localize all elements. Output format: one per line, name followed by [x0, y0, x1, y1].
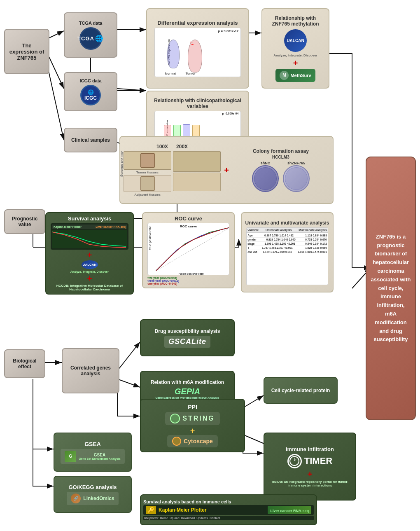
tcga-label: TCGA data — [79, 21, 102, 26]
ihc-100x: 100X — [156, 144, 168, 150]
znf-expression-box: The expression of ZNF765 — [4, 29, 49, 74]
auc2: three year (AUC=0.611) — [147, 279, 229, 282]
znf-expression-label: The expression of ZNF765 — [8, 42, 45, 61]
svg-text:True positive rate: True positive rate — [149, 226, 152, 250]
survival-analysis-box: Survival analysis Kaplan-Meier Plotter L… — [45, 212, 134, 295]
znf-result-text: ZNF765 is a prognostic biomarker of hepa… — [371, 233, 411, 344]
ualcan-logo: UALCAN — [287, 38, 304, 43]
clinical-label: Clinical samples — [71, 137, 110, 143]
linkedomics-label: LinkedOmics — [83, 496, 114, 501]
p-value-clinic: p=0.659e-04 — [222, 112, 238, 115]
plus-sign-ihc: + — [224, 166, 229, 174]
correlated-genes-box: Correlated genes analysis — [62, 348, 119, 393]
svg-line-9 — [117, 342, 140, 371]
ihc-title: 100X 200X — [156, 144, 188, 150]
liver-cancer-rna2: Liver cancer RNA-seq — [270, 509, 309, 513]
biological-effect-label: Biological effect — [7, 358, 42, 370]
immune-infiltration-box: Immune infiltration TIMER + TISIDB: an i… — [264, 433, 356, 501]
svg-line-10 — [117, 379, 140, 387]
go-kegg-box: GO/KEGG analysis 🔗 LinkedOmics — [54, 476, 132, 513]
relationship-methyl-box: Relationship with ZNF765 methylation UAL… — [261, 8, 329, 89]
correlated-genes-label: Correlated genes analysis — [66, 365, 115, 377]
plus-sign-survival2: + — [87, 274, 92, 283]
relationship-methyl-title: Relationship with ZNF765 methylation — [266, 15, 325, 27]
tumor-label: Tumor — [186, 72, 196, 75]
znf-result-box: ZNF765 is a prognostic biomarker of hepa… — [366, 157, 416, 420]
tcga-box: TCGA data TCGA 🌐 — [64, 12, 117, 58]
ihc-200x: 200X — [176, 144, 188, 150]
svg-line-11 — [243, 395, 264, 408]
hccdb-label: HCCDB: Integrative Molecular Database of… — [49, 284, 131, 291]
relationship-clinic-title: Relationship with clinicopathological va… — [149, 98, 246, 109]
cell-cycle-label: Cell cycle-related protein — [271, 388, 330, 393]
ppi-box: PPI STRING + Cytoscape — [140, 399, 245, 452]
gepia-label: GEPIA — [175, 387, 200, 396]
drug-susceptibility-title: Drug susceptibility analysis — [155, 328, 220, 334]
diff-expr-box: Differential expression analysis p = 9.0… — [146, 8, 249, 89]
prognostic-value-label: Prognostic value — [7, 216, 42, 227]
shnc-label: shNC — [261, 161, 271, 165]
plus-sign-timer: + — [308, 470, 313, 478]
gsca-lite-label: GSCALite — [164, 336, 210, 348]
immune-infiltration-title: Immune infiltration — [286, 446, 334, 452]
univariate-title: Univariate and multivariate analysis — [245, 220, 329, 226]
auc1: five year (AUC=0.545) — [147, 276, 229, 279]
diff-expr-title: Differential expression analysis — [157, 20, 238, 26]
go-kegg-title: GO/KEGG analysis — [68, 484, 117, 490]
icgc-box: ICGC data 🌐 ICGC — [64, 72, 117, 111]
ualcan2-logo: UALCAN — [82, 260, 98, 269]
icgc-logo: 🌐 ICGC — [80, 85, 101, 105]
relation-m6a-title: Relation with m6A modification — [151, 379, 224, 385]
string-label: STRING — [182, 415, 215, 422]
ualcan2-sub: Analyze, Integrate, Discover — [70, 270, 109, 273]
svg-line-3 — [47, 62, 64, 140]
survival-immune-title: Survival analysis based on immune cells — [143, 499, 231, 504]
svg-line-5 — [117, 89, 146, 91]
gsea-box: GSEA G GSEA Gene Set Enrichment Analysis — [54, 433, 132, 472]
cell-cycle-box: Cell cycle-related protein — [264, 377, 338, 404]
tcga-logo: TCGA 🌐 — [79, 27, 102, 50]
prognostic-value-box: Prognostic value — [4, 209, 45, 234]
cytoscape-label: Cytoscape — [184, 438, 213, 444]
hcclm3-label: HCCLM3 — [272, 155, 289, 159]
ppi-title: PPI — [188, 404, 197, 410]
km-plotter2-label: Kaplan-Meier Plotter — [159, 507, 207, 513]
ihc-colony-box: 100X 200X ZNF765 staining Tumor tissues … — [119, 136, 334, 204]
biological-effect-box: Biological effect — [4, 349, 45, 378]
normal-label: Normal — [165, 72, 177, 75]
plus-sign-1: + — [293, 59, 298, 67]
methsurv-box: M MethSurv — [275, 69, 315, 82]
svg-line-14 — [156, 227, 229, 271]
methsurv-label: MethSurv — [290, 73, 311, 78]
univariate-box: Univariate and multivariate analysis Var… — [241, 212, 334, 292]
clinical-samples-box: Clinical samples — [64, 128, 117, 152]
colony-title: Colony formation assay — [253, 148, 309, 154]
shznf765-label: shZNF765 — [287, 161, 305, 165]
roc-curve-box: ROC curve ROC curve False positive rate … — [142, 212, 235, 288]
svg-text:False positive rate: False positive rate — [179, 272, 204, 275]
timer-label: TIMER — [304, 456, 332, 466]
p-value-diff: p = 9.081e-12 — [218, 29, 238, 33]
km-plotter-label: Kaplan-Meier Plotter — [54, 225, 82, 228]
liver-cancer-rna: Liver cancer RNA-seq — [96, 225, 126, 228]
gsea-title: GSEA — [84, 441, 101, 447]
icgc-label: ICGC data — [79, 78, 101, 83]
roc-curve-title: ROC curve — [175, 215, 202, 222]
tisidb-label: TISIDB: an integrated repository portal … — [268, 480, 352, 487]
auc3: one year (AUC=0.646) — [147, 282, 229, 285]
plus-sign-survival: + — [87, 251, 92, 259]
drug-susceptibility-box: Drug susceptibility analysis GSCALite — [140, 319, 235, 356]
plus-sign-ppi: + — [190, 427, 195, 435]
survival-analysis-title: Survival analysis — [68, 215, 112, 222]
ualcan-sub: Analyze, Integrate, Discover — [273, 54, 317, 57]
survival-immune-box: Survival analysis based on immune cells … — [140, 494, 317, 525]
